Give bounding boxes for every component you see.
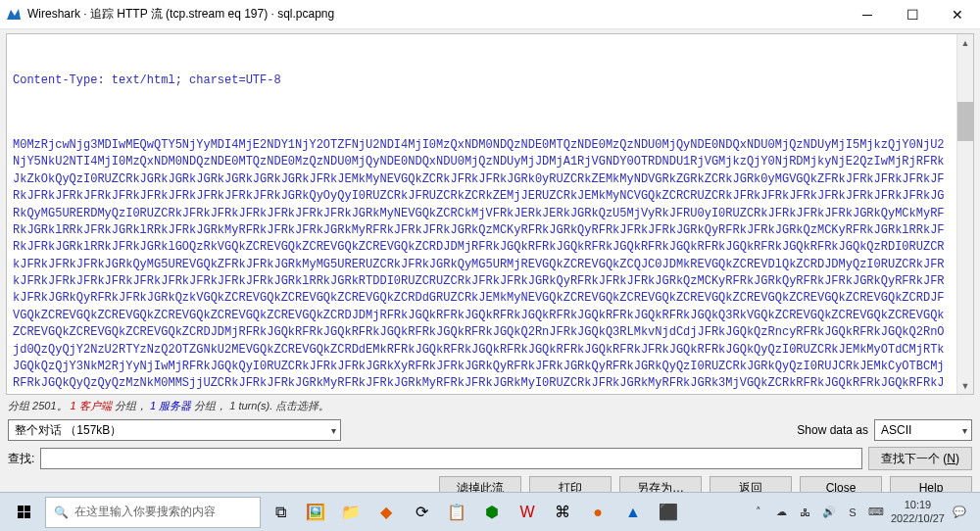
clock-time: 10:19 — [891, 499, 945, 511]
client-count: 1 — [71, 400, 76, 411]
back-button[interactable]: 返回 — [710, 476, 792, 492]
maximize-button[interactable]: ☐ — [890, 0, 935, 29]
app-icon-4[interactable]: ⟳ — [406, 497, 437, 528]
tray-chevron-icon[interactable]: ˄ — [750, 506, 767, 518]
notifications-icon[interactable]: 💬 — [951, 506, 968, 518]
find-next-key: N — [947, 452, 956, 465]
app-icon-11[interactable]: ⬛ — [653, 497, 684, 528]
status-suffix: 点击选择。 — [275, 400, 329, 411]
stream-content-area: Content-Type: text/html; charset=UTF-8 M… — [6, 33, 974, 395]
start-button[interactable] — [6, 497, 41, 528]
server-count: 1 — [150, 400, 156, 411]
search-row: 查找: 查找下一个 (N) — [0, 445, 980, 474]
minimize-button[interactable]: ─ — [845, 0, 890, 29]
search-input[interactable] — [40, 448, 862, 469]
print-button[interactable]: 打印 — [529, 476, 612, 492]
conversation-select-value: 整个对话 （157kB） — [15, 422, 122, 439]
stream-text[interactable]: Content-Type: text/html; charset=UTF-8 M… — [7, 34, 956, 394]
window-title: Wireshark · 追踪 HTTP 流 (tcp.stream eq 197… — [27, 6, 845, 23]
status-line: 分组 2501。 1 客户端 分组， 1 服务器 分组， 1 turn(s). … — [0, 397, 980, 415]
scroll-track[interactable] — [957, 51, 973, 377]
firefox-icon[interactable]: ● — [582, 497, 613, 528]
taskbar-clock[interactable]: 10:19 2022/10/27 — [891, 499, 945, 524]
tray-cloud-icon[interactable]: ☁ — [773, 506, 791, 518]
show-data-as-label: Show data as — [797, 423, 868, 437]
status-prefix: 分组 2501。 — [8, 400, 68, 411]
tray-ime-icon[interactable]: S — [844, 507, 861, 518]
http-body-text: M0MzRjcwNjg3MDIwMEQwQTY5NjYyMDI4MjE2NDY1… — [13, 137, 951, 394]
search-label: 查找: — [8, 451, 34, 467]
clock-date: 2022/10/27 — [891, 512, 945, 525]
format-select[interactable]: ASCII — [874, 419, 972, 441]
windows-logo-icon — [18, 506, 30, 518]
app-icon-1[interactable]: 🖼️ — [300, 497, 331, 528]
status-mid1: 分组， — [115, 400, 147, 411]
client-label: 客户端 — [79, 400, 112, 411]
wireshark-task-icon[interactable]: ▲ — [617, 497, 649, 528]
tray-volume-icon[interactable]: 🔊 — [820, 506, 838, 518]
tray-ime2-icon[interactable]: ⌨ — [867, 506, 885, 518]
close-dialog-button[interactable]: Close — [800, 476, 882, 492]
server-label: 服务器 — [159, 400, 191, 411]
app-icon-5[interactable]: 📋 — [441, 497, 472, 528]
controls-row: 整个对话 （157kB） Show data as ASCII — [0, 415, 980, 445]
taskbar-search[interactable]: 🔍 在这里输入你要搜索的内容 — [45, 497, 261, 528]
save-as-button[interactable]: 另存为… — [619, 476, 702, 492]
find-next-label: 查找下一个 — [881, 451, 940, 467]
search-icon: 🔍 — [54, 506, 69, 519]
window-controls: ─ ☐ ✕ — [845, 0, 980, 29]
windows-taskbar: 🔍 在这里输入你要搜索的内容 ⧉ 🖼️ 📁 ◆ ⟳ 📋 ⬢ W ⌘ ● ▲ ⬛ … — [0, 492, 980, 531]
bottom-buttons-row: 滤掉此流 打印 另存为… 返回 Close Help — [0, 474, 980, 492]
window-titlebar: Wireshark · 追踪 HTTP 流 (tcp.stream eq 197… — [0, 0, 980, 29]
close-button[interactable]: ✕ — [935, 0, 980, 29]
format-select-value: ASCII — [881, 423, 911, 437]
filter-stream-button[interactable]: 滤掉此流 — [439, 476, 521, 492]
taskbar-search-placeholder: 在这里输入你要搜索的内容 — [74, 504, 216, 520]
status-turns: 1 turn(s). — [229, 400, 272, 411]
scroll-up-arrow[interactable]: ▲ — [957, 34, 973, 51]
wireshark-icon — [6, 7, 22, 23]
help-button[interactable]: Help — [890, 476, 972, 492]
find-next-button[interactable]: 查找下一个 (N) — [868, 447, 972, 470]
system-tray: ˄ ☁ 🖧 🔊 S ⌨ 10:19 2022/10/27 💬 — [750, 499, 974, 524]
app-icon-2[interactable]: 📁 — [335, 497, 367, 528]
conversation-select[interactable]: 整个对话 （157kB） — [8, 419, 341, 441]
scroll-down-arrow[interactable]: ▼ — [957, 377, 973, 394]
status-mid2: 分组， — [194, 400, 226, 411]
task-view-icon[interactable]: ⧉ — [265, 497, 296, 528]
app-icon-3[interactable]: ◆ — [370, 497, 402, 528]
http-header-line: Content-Type: text/html; charset=UTF-8 — [13, 72, 951, 89]
app-icon-8[interactable]: ⌘ — [547, 497, 578, 528]
wps-icon[interactable]: W — [512, 497, 543, 528]
app-icon-6[interactable]: ⬢ — [476, 497, 508, 528]
vertical-scrollbar[interactable]: ▲ ▼ — [956, 34, 973, 394]
tray-network-icon[interactable]: 🖧 — [797, 507, 814, 518]
scroll-thumb[interactable] — [957, 102, 973, 141]
